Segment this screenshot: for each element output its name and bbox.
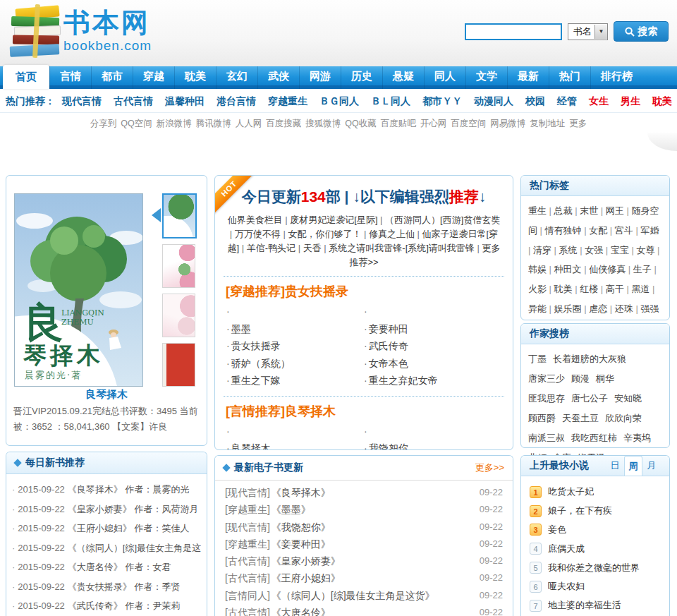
share-link[interactable]: 复制地址 [530, 119, 565, 128]
book-link[interactable]: 女帝本色 [364, 355, 501, 373]
hot-recommend-link[interactable]: 港台言情 [216, 95, 256, 107]
hot-recommend-link[interactable]: 温馨种田 [165, 95, 205, 107]
cover-thumbnail-3[interactable] [162, 294, 195, 337]
author-link[interactable]: 我吃西红柿 [571, 433, 617, 443]
hot-recommend-link[interactable]: 现代言情 [62, 95, 102, 107]
tag-link[interactable]: 重生 [528, 205, 554, 216]
tag-link[interactable]: 女强 [585, 245, 611, 255]
daily-book-item[interactable]: ·2015-09-22《皇家小娇妻》 作者：风荷游月 [12, 500, 201, 519]
tag-link[interactable]: 宫斗 [615, 225, 641, 236]
daily-book-item[interactable]: ·2015-09-22《良琴择木》 作者：晨雾的光 [12, 480, 201, 500]
tag-link[interactable]: 清穿 [533, 245, 559, 255]
romance-rec-heading[interactable]: [言情推荐]良琴择木 [226, 403, 513, 420]
ebook-item[interactable]: [穿越重生] 《妾要种田》 09-22 [225, 536, 503, 552]
author-link[interactable]: 唐家三少 [528, 373, 565, 384]
tag-link[interactable]: 女尊 [636, 245, 659, 255]
tag-link[interactable]: 仙侠修真 [589, 264, 633, 274]
book-link[interactable]: 重生之下嫁 [226, 372, 364, 389]
nav-item[interactable]: 首页 [3, 65, 49, 89]
book-cover-image[interactable]: 良 LIANGQIN ZHEMU 琴择木 晨雾的光·著 [14, 193, 143, 387]
share-link[interactable]: 分享到 [90, 119, 117, 128]
site-logo[interactable]: 书本网 bookben.com [6, 4, 152, 61]
tag-link[interactable]: 总裁 [554, 205, 580, 216]
hot-recommend-link[interactable]: 古代言情 [114, 95, 153, 107]
nav-item[interactable]: 历史 [341, 66, 382, 89]
cover-thumbnail-2[interactable] [162, 244, 195, 288]
tag-link[interactable]: 生子 [633, 264, 657, 274]
recommended-book-link[interactable]: 仙界美食栏目 [228, 215, 291, 225]
hot-recommend-link[interactable]: ＢＬ同人 [371, 95, 410, 107]
share-link[interactable]: 百度贴吧 [381, 119, 416, 128]
latest-ebooks-more-link[interactable]: 更多>> [475, 461, 504, 474]
author-link[interactable]: 丁墨 [528, 354, 547, 364]
rising-novel-item[interactable]: 2 娘子，在下有疾 [530, 502, 669, 521]
nav-item[interactable]: 言情 [49, 66, 91, 89]
nav-item[interactable]: 耽美 [174, 66, 216, 89]
rising-novel-item[interactable]: 4 庶偶天成 [530, 539, 669, 558]
book-link[interactable]: 骄妒（系统） [226, 355, 364, 373]
hot-recommend-link[interactable]: 经管 [557, 95, 577, 107]
recommended-book-link[interactable]: 修真之上仙 [369, 229, 422, 239]
hot-recommend-link[interactable]: 男生 [621, 95, 640, 107]
author-link[interactable]: 欣欣向荣 [605, 413, 642, 423]
author-link[interactable]: 天蚕土豆 [562, 413, 599, 423]
search-input[interactable] [465, 23, 562, 40]
author-link[interactable]: 南派三叔 [528, 433, 565, 443]
book-link[interactable]: 重生之弃妃女帝 [364, 372, 501, 389]
book-link[interactable]: 良琴择木 [226, 440, 364, 450]
nav-item[interactable]: 文学 [465, 66, 507, 89]
tag-link[interactable]: 异能 [528, 303, 554, 314]
rising-novel-item[interactable]: 5 我和你差之微毫的世界 [530, 558, 669, 577]
share-link[interactable]: 搜狐微博 [305, 119, 341, 128]
tag-link[interactable]: 黑道 [631, 284, 654, 294]
daily-book-item[interactable]: ·2015-09-22《大唐名伶》 作者：女君 [12, 557, 201, 577]
ebook-item[interactable]: [古代言情] 《大唐名伶》 09-22 [225, 604, 503, 616]
share-link[interactable]: 开心网 [420, 119, 447, 128]
nav-item[interactable]: 武侠 [257, 66, 299, 89]
search-button[interactable]: 搜索 [614, 21, 669, 42]
nav-item[interactable]: 排行榜 [590, 66, 642, 89]
author-link[interactable]: 安知晓 [614, 393, 642, 404]
tag-link[interactable]: 网王 [606, 205, 632, 216]
ebook-item[interactable]: [穿越重生] 《墨墨》 09-22 [225, 501, 503, 518]
nav-item[interactable]: 穿越 [133, 66, 174, 89]
hot-recommend-link[interactable]: ＢＧ同人 [319, 95, 359, 107]
tag-link[interactable]: 火影 [528, 284, 554, 294]
rising-novel-item[interactable]: 7 地主婆的幸福生活 [530, 596, 669, 615]
tag-link[interactable]: 耽美 [554, 284, 580, 294]
book-link[interactable]: 贵女扶摇录 [226, 337, 364, 355]
nav-item[interactable]: 热门 [549, 66, 590, 89]
hot-recommend-link[interactable]: 校园 [525, 95, 545, 107]
hot-recommend-link[interactable]: 穿越重生 [268, 95, 307, 107]
crossing-rec-heading[interactable]: [穿越推荐]贵女扶摇录 [226, 283, 513, 300]
nav-item[interactable]: 玄幻 [216, 66, 257, 89]
author-link[interactable]: 长着翅膀的大灰狼 [553, 354, 626, 364]
rising-novel-item[interactable]: 3 妾色 [530, 521, 669, 540]
rising-novel-item[interactable]: 1 吃货太子妃 [530, 483, 669, 502]
ebook-item[interactable]: [言情同人] 《（综同人）[综]最佳女主角是这货》 09-22 [225, 587, 503, 604]
book-link[interactable]: 妾要种田 [364, 320, 501, 338]
ebook-item[interactable]: [古代言情] 《皇家小娇妻》 09-22 [225, 552, 503, 569]
tag-link[interactable]: 末世 [580, 205, 606, 216]
recommended-book-link[interactable]: 羊倌-鸭头记 [247, 243, 303, 253]
featured-book-title[interactable]: 良琴择木 [6, 388, 207, 401]
daily-book-item[interactable]: ·2015-09-22《贵女扶摇录》 作者：季贤 [12, 577, 201, 597]
share-link[interactable]: 百度空间 [451, 119, 486, 128]
recommended-book-link[interactable]: 废材男妃逆袭记[星际] [290, 215, 385, 225]
nav-item[interactable]: 最新 [507, 66, 549, 89]
book-link[interactable]: 墨墨 [226, 320, 364, 338]
tag-link[interactable]: 红楼 [580, 284, 606, 294]
daily-book-item[interactable]: ·2015-09-22《武氏传奇》 作者：尹茉莉 [12, 596, 201, 616]
tag-link[interactable]: 女配 [589, 225, 615, 236]
share-link[interactable]: 网易微博 [490, 119, 525, 128]
tag-link[interactable]: 娱乐圈 [554, 303, 590, 314]
nav-item[interactable]: 悬疑 [382, 66, 424, 89]
book-link[interactable]: 武氏传奇 [364, 337, 501, 355]
ebook-item[interactable]: [现代言情] 《良琴择木》 09-22 [225, 484, 503, 501]
ebook-item[interactable]: [现代言情] 《我饶恕你》 09-22 [225, 519, 503, 536]
share-link[interactable]: 百度搜藏 [266, 119, 301, 128]
cover-thumbnail-4[interactable] [162, 343, 195, 387]
tag-link[interactable]: 宝宝 [611, 245, 637, 255]
recommended-book-link[interactable]: 女配，你们够了！ [288, 229, 369, 239]
rank-period-tab[interactable]: 月 [642, 456, 661, 476]
